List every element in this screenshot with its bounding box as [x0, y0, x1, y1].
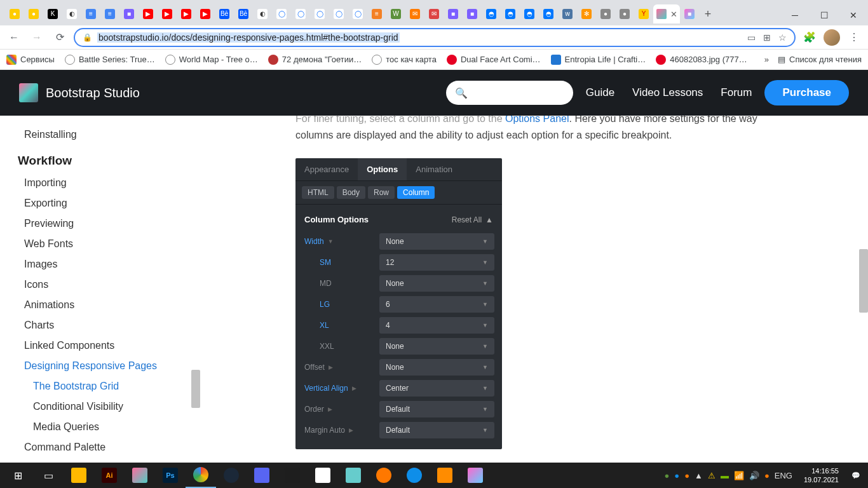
bookmark-item[interactable]: World Map - Tree o…	[165, 55, 258, 65]
browser-tab[interactable]: ✉	[405, 4, 424, 24]
qr-icon[interactable]: ⊞	[763, 32, 771, 43]
browser-tab-active[interactable]: ✕	[653, 4, 680, 24]
sidebar-item[interactable]: Reinstalling	[18, 125, 200, 145]
tray-icon[interactable]: ●	[664, 471, 669, 480]
option-select[interactable]: Default▼	[379, 422, 494, 438]
menu-button[interactable]: ⋮	[845, 29, 863, 46]
browser-tab[interactable]: ◓	[482, 4, 501, 24]
browser-tab[interactable]: ■	[680, 4, 699, 24]
app-icon[interactable]	[460, 463, 491, 488]
notifications-icon[interactable]: 💬	[846, 471, 865, 480]
explorer-icon[interactable]	[64, 463, 94, 488]
back-button[interactable]: ←	[5, 29, 23, 46]
browser-tab[interactable]: ◐	[62, 4, 81, 24]
avast-icon[interactable]	[369, 463, 399, 488]
browser-tab[interactable]: ≡	[367, 4, 386, 24]
option-select[interactable]: 12▼	[379, 254, 494, 271]
browser-tab[interactable]: W	[386, 4, 405, 24]
option-select[interactable]: None▼	[379, 233, 494, 250]
browser-tab[interactable]: ▶	[139, 4, 158, 24]
address-bar[interactable]: 🔒 bootstrapstudio.io/docs/designing-resp…	[74, 28, 796, 47]
tray-icon[interactable]: ▬	[721, 471, 729, 480]
paint-icon[interactable]	[308, 463, 338, 488]
sidebar-item[interactable]: Command Palette	[18, 437, 200, 458]
browser-tab[interactable]: Y	[634, 4, 653, 24]
browser-tab[interactable]: ▶	[158, 4, 177, 24]
site-search-input[interactable]: 🔍	[446, 81, 573, 105]
sidebar-item[interactable]: Designing Responsive Pages	[18, 356, 200, 376]
photoshop-icon[interactable]: Ps	[155, 463, 186, 488]
browser-tab[interactable]: ■	[463, 4, 482, 24]
option-select[interactable]: Default▼	[379, 401, 494, 417]
bookmark-item[interactable]: Battle Series: True…	[65, 55, 155, 65]
bookmark-item[interactable]: 46082083.jpg (777…	[656, 55, 747, 65]
illustrator-icon[interactable]: Ai	[94, 463, 125, 488]
browser-tab[interactable]: ●	[24, 4, 43, 24]
tray-icon[interactable]: ●	[764, 471, 770, 480]
crumb-column[interactable]: Column	[397, 186, 435, 199]
bookmark-item[interactable]: 72 демона "Гоетии…	[268, 55, 362, 65]
sidebar-item[interactable]: Previewing	[18, 214, 200, 234]
window-maximize[interactable]: ☐	[810, 5, 839, 25]
reload-button[interactable]: ⟳	[51, 29, 69, 46]
tab-appearance[interactable]: Appearance	[295, 158, 358, 180]
crumb-body[interactable]: Body	[337, 186, 365, 199]
browser-tab[interactable]: ◓	[520, 4, 539, 24]
tab-options[interactable]: Options	[358, 158, 407, 180]
browser-tab[interactable]: ■	[444, 4, 463, 24]
browser-tab[interactable]: ◯	[310, 4, 329, 24]
new-tab-button[interactable]: +	[699, 5, 717, 23]
start-button[interactable]: ⊞	[3, 463, 33, 488]
nav-guide[interactable]: Guide	[586, 86, 614, 99]
browser-tab[interactable]: ◓	[539, 4, 558, 24]
teamviewer-icon[interactable]	[399, 463, 430, 488]
forward-button[interactable]: →	[28, 29, 46, 46]
browser-tab[interactable]: w	[558, 4, 577, 24]
sidebar-item[interactable]: Exporting	[18, 193, 200, 214]
browser-tab[interactable]: ●	[5, 4, 24, 24]
browser-tab[interactable]: ≡	[81, 4, 100, 24]
browser-tab[interactable]: ◐	[253, 4, 272, 24]
option-select[interactable]: Center▼	[379, 380, 494, 396]
app-icon[interactable]	[125, 463, 155, 488]
chrome-icon[interactable]	[186, 463, 216, 488]
sidebar-item[interactable]: Charts	[18, 315, 200, 336]
media-icon[interactable]	[430, 463, 460, 488]
option-select[interactable]: None▼	[379, 338, 494, 355]
sidebar-item[interactable]: Importing	[18, 173, 200, 193]
tab-animation[interactable]: Animation	[407, 158, 461, 180]
sidebar-item[interactable]: Media Queries	[18, 417, 200, 437]
figma-icon[interactable]	[277, 463, 308, 488]
app-icon[interactable]	[247, 463, 277, 488]
tray-icon[interactable]: 🔊	[749, 471, 759, 480]
browser-tab[interactable]: ▶	[177, 4, 196, 24]
bookmark-item[interactable]: Entropia Life | Crafti…	[551, 55, 646, 65]
sidebar-item[interactable]: The Bootstrap Grid	[18, 376, 200, 396]
sidebar-item[interactable]: Linked Components	[18, 336, 200, 356]
purchase-button[interactable]: Purchase	[764, 80, 849, 105]
tray-icon[interactable]: 📶	[734, 471, 744, 480]
browser-tab[interactable]: ●	[596, 4, 615, 24]
sidebar-item[interactable]: Animations	[18, 295, 200, 315]
browser-tab[interactable]: ◯	[348, 4, 367, 24]
browser-tab[interactable]: ■	[119, 4, 139, 24]
docs-sidebar[interactable]: ReinstallingWorkflowImportingExportingPr…	[0, 116, 200, 463]
option-select[interactable]: 4▼	[379, 317, 494, 334]
tray-icon[interactable]: ⚠	[708, 471, 715, 480]
lang-indicator[interactable]: ENG	[775, 471, 792, 480]
clock[interactable]: 14:16:55 19.07.2021	[799, 466, 844, 485]
sidebar-item[interactable]: Images	[18, 254, 200, 274]
option-select[interactable]: None▼	[379, 359, 494, 376]
bookmark-item[interactable]: тос кач карта	[372, 55, 437, 65]
notepad-icon[interactable]	[338, 463, 369, 488]
content-scrollbar[interactable]	[859, 249, 868, 313]
browser-tab[interactable]: ◯	[272, 4, 291, 24]
profile-avatar[interactable]	[824, 29, 840, 46]
bookmark-overflow[interactable]: »	[764, 55, 769, 64]
browser-tab[interactable]: ◯	[329, 4, 348, 24]
sidebar-item[interactable]: Icons	[18, 274, 200, 295]
browser-tab[interactable]: K	[43, 4, 62, 24]
tray-icon[interactable]: ▲	[695, 471, 703, 480]
sidebar-item[interactable]: Conditional Visibility	[18, 396, 200, 417]
site-logo[interactable]: Bootstrap Studio	[19, 83, 140, 102]
